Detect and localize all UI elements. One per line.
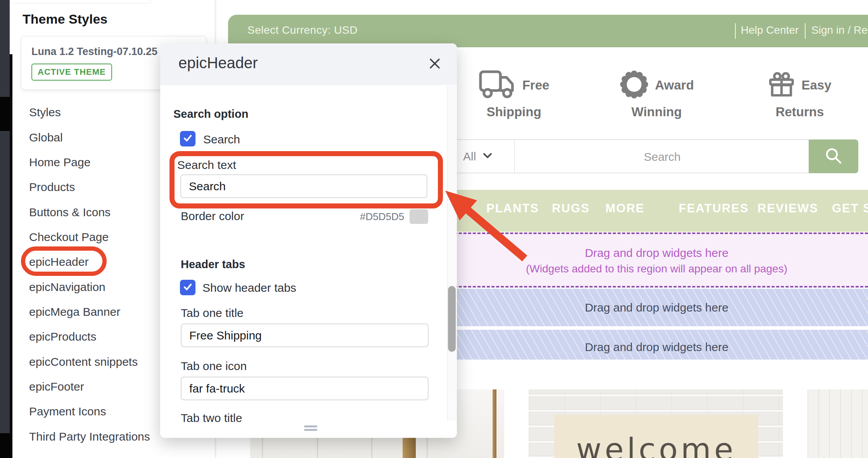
border-color-swatch[interactable] — [410, 209, 428, 224]
panel-top-border — [150, 0, 151, 3]
feature-word-2: Returns — [776, 105, 824, 119]
tab-one-icon-label: Tab one icon — [181, 360, 247, 373]
epicheader-settings-modal: epicHeader Search option Search Search t… — [160, 43, 457, 438]
widget-region-text: Drag and drop widgets here — [585, 246, 728, 260]
header-tabs-heading: Header tabs — [181, 258, 245, 271]
welcome-sign: welcome — [554, 415, 758, 458]
search-checkbox-label: Search — [203, 133, 240, 146]
search-text-label: Search text — [177, 158, 236, 172]
sign-in-link[interactable]: Sign in / Reg — [811, 24, 868, 36]
search-option-heading: Search option — [173, 108, 248, 121]
panel-photo — [807, 389, 868, 458]
feature-word-2: Shipping — [486, 105, 541, 119]
gift-icon — [768, 70, 795, 101]
topbar-divider — [805, 23, 806, 39]
admin-rail-divider — [10, 54, 12, 434]
feature-word-1: Free — [522, 78, 550, 93]
widget-band-text: Drag and drop widgets here — [585, 341, 728, 354]
search-input[interactable] — [515, 140, 810, 174]
currency-selector[interactable]: Select Currency: USD — [247, 24, 358, 36]
modal-title: epicHeader — [178, 54, 258, 72]
welcome-photo: welcome — [529, 389, 783, 458]
nav-item-rugs[interactable]: RUGS — [552, 201, 590, 215]
show-header-tabs-checkbox[interactable] — [180, 280, 195, 295]
panel-top-border — [13, 3, 150, 3]
feature-word-2: Winning — [631, 105, 682, 119]
feature-easy-returns: Easy Returns — [765, 70, 835, 119]
feature-word-1: Easy — [801, 78, 831, 93]
search-category-dropdown[interactable]: All — [463, 140, 492, 173]
truck-icon — [479, 70, 516, 101]
close-icon[interactable] — [429, 57, 441, 70]
widget-band-text: Drag and drop widgets here — [585, 301, 728, 314]
welcome-text: welcome — [576, 432, 737, 458]
search-category-label: All — [463, 150, 476, 163]
nav-item-features[interactable]: FEATURES — [679, 201, 749, 215]
feature-word-1: Award — [655, 78, 694, 93]
widget-region-subtext: (Widgets added to this region will appea… — [526, 263, 787, 275]
modal-scrollbar-thumb[interactable] — [448, 286, 456, 352]
nav-item-more[interactable]: MORE — [605, 201, 645, 215]
nav-item-get-su[interactable]: GET SU — [832, 201, 868, 215]
feature-free-shipping: Free Shipping — [474, 70, 554, 119]
active-theme-badge: ACTIVE THEME — [31, 64, 112, 81]
chevron-down-icon — [483, 153, 492, 160]
nav-item-partial[interactable]: G — [457, 201, 467, 215]
border-color-label: Border color — [181, 210, 244, 223]
help-center-link[interactable]: Help Center — [741, 24, 799, 36]
search-button[interactable] — [809, 139, 858, 173]
border-color-value: #D5D5D5 — [360, 211, 404, 223]
search-icon — [825, 147, 842, 166]
storefront-topbar: Select Currency: USD Help Center Sign in… — [228, 15, 868, 47]
admin-rail-segment — [0, 97, 10, 131]
admin-rail-segment — [0, 433, 12, 458]
topbar-divider — [735, 23, 736, 39]
admin-rail — [0, 0, 10, 458]
modal-scrollbar-track[interactable] — [447, 86, 457, 421]
checkmark-icon — [182, 281, 193, 294]
tab-one-icon-input[interactable] — [181, 377, 429, 400]
modal-header: epicHeader — [160, 43, 457, 85]
page-builder-screen: Select Currency: USD Help Center Sign in… — [0, 0, 868, 458]
panel-title: Theme Styles — [22, 12, 107, 27]
show-header-tabs-label: Show header tabs — [202, 281, 296, 294]
tab-two-title-label: Tab two title — [181, 412, 242, 422]
checkmark-icon — [182, 133, 193, 145]
nav-item-plants[interactable]: PLANTS — [486, 201, 539, 215]
nav-item-reviews[interactable]: REVIEWS — [757, 201, 818, 215]
feature-award-winning: Award Winning — [616, 70, 697, 119]
tab-one-title-input[interactable] — [181, 324, 429, 347]
theme-name: Luna 1.2 Testing-07.10.25 — [31, 46, 157, 58]
tab-one-title-label: Tab one title — [181, 306, 244, 320]
search-checkbox[interactable] — [180, 131, 195, 146]
search-text-input[interactable] — [180, 174, 427, 198]
award-icon — [619, 70, 649, 101]
modal-resize-handle[interactable] — [304, 425, 317, 432]
